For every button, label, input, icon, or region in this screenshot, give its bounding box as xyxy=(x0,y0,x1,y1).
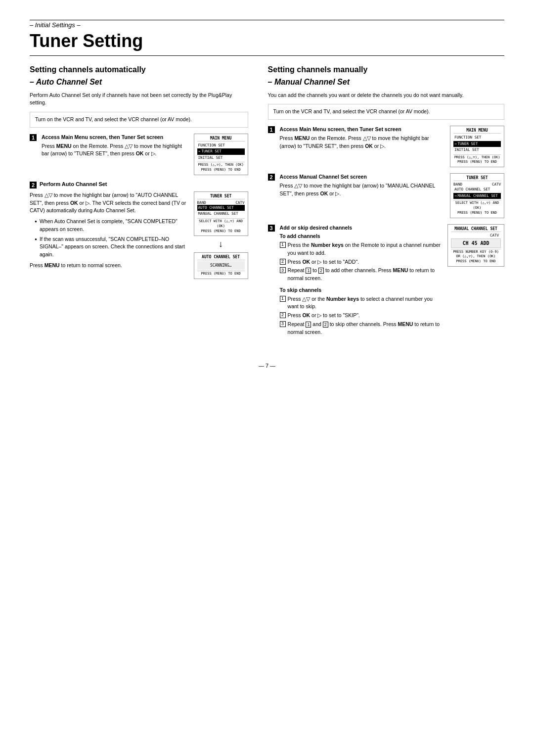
screen-scanning: SCANNING… xyxy=(197,261,245,270)
skip-sub-num-3: 3 xyxy=(280,321,286,327)
screen-auto-note: PRESS (MENU) TO END xyxy=(197,271,245,277)
screen-note-1: PRESS (△,▽), THEN (OK)PRESS (MENU) TO EN… xyxy=(197,162,245,173)
left-step-1-num: 1 xyxy=(30,134,37,141)
left-step-2: 2 Perform Auto Channel Set Press △▽ to m… xyxy=(30,181,248,279)
add-sub-num-3: 3 xyxy=(280,267,286,273)
screen-item-tuner-set-1: TUNER SET xyxy=(197,148,245,155)
page-number: — 7 — xyxy=(30,363,504,369)
right-step-3: 3 Add or skip desired channels To add ch… xyxy=(268,224,504,337)
left-step-1-heading: Access Main Menu screen, then Tuner Set … xyxy=(42,134,189,142)
left-step-2-content: Press △▽ to move the highlight bar (arro… xyxy=(30,191,248,279)
right-step-1: 1 Access Main Menu screen, then Tuner Se… xyxy=(268,126,504,167)
right-step-3-heading: Add or skip desired channels xyxy=(280,224,443,232)
screen-manual-channel-set-title: MANUAL CHANNEL SET xyxy=(451,227,501,232)
right-info-box: Turn on the VCR and TV, and select the V… xyxy=(268,104,504,120)
skip-sub-text-3: Repeat 1 and 2 to skip other channels. P… xyxy=(288,321,443,336)
add-sub-num-2: 2 xyxy=(280,259,286,265)
screen-auto-title: AUTO CHANNEL SET xyxy=(197,255,245,260)
skip-sub-step-2: 2 Press OK or ▷ to set to "SKIP". xyxy=(280,312,443,320)
right-step-2-screen: TUNER SET BAND CATV AUTO CHANNEL SET MAN… xyxy=(450,173,504,218)
skip-sub-text-2: Press OK or ▷ to set to "SKIP". xyxy=(288,312,360,320)
screen-item-function-set-1: FUNCTION SET xyxy=(197,142,245,149)
right-step-3-num: 3 xyxy=(268,225,275,232)
screen-tuner-set-title-r2: TUNER SET xyxy=(453,176,501,181)
left-step-2-body-text: Press △▽ to move the highlight bar (arro… xyxy=(30,191,189,215)
screen-tuner-set-r1: TUNER SET xyxy=(453,141,501,147)
skip-sub-num-1: 1 xyxy=(280,296,286,302)
skip-sub-step-3: 3 Repeat 1 and 2 to skip other channels.… xyxy=(280,321,443,336)
right-step-1-screen: MAIN MENU FUNCTION SET TUNER SET INITIAL… xyxy=(450,126,504,167)
screen-note-r3: PRESS NUMBER KEY (0-9)OR (△,▽), THEN (OK… xyxy=(451,249,501,264)
add-sub-text-3: Repeat 1 to 2 to add other channels. Pre… xyxy=(288,267,443,283)
screen-initial-set-r1: INITIAL SET xyxy=(453,147,501,153)
left-intro: Perform Auto Channel Set only if channel… xyxy=(30,92,248,107)
bullet-scan-complete: When Auto Channel Set is complete, "SCAN… xyxy=(35,218,189,234)
right-step-3-text: Add or skip desired channels To add chan… xyxy=(280,224,443,337)
right-section-subtitle: – Manual Channel Set xyxy=(268,77,504,88)
right-step-2-num: 2 xyxy=(268,174,275,181)
right-section-title: Setting channels manually xyxy=(268,65,504,75)
page-title: Tuner Setting xyxy=(30,31,504,56)
bullet-scan-fail: If the scan was unsuccessful, "SCAN COMP… xyxy=(35,236,189,259)
left-step-2-num: 2 xyxy=(30,182,37,189)
screen-manual-channel-r2: MANUAL CHANNEL SET xyxy=(453,193,501,199)
screen-main-menu-title-1: MAIN MENU xyxy=(197,136,245,142)
add-sub-step-3: 3 Repeat 1 to 2 to add other channels. P… xyxy=(280,267,443,283)
add-sub-text-1: Press the Number keys on the Remote to i… xyxy=(288,241,443,257)
add-sub-num-1: 1 xyxy=(280,242,286,248)
screen-main-menu-title-r1: MAIN MENU xyxy=(453,128,501,134)
screen-ch-display: CH 45 ADD xyxy=(451,238,501,248)
skip-sub-num-2: 2 xyxy=(280,312,286,318)
left-info-box: Turn on the VCR and TV, and select the V… xyxy=(30,112,248,128)
screen-auto-channel-set: AUTO CHANNEL SET xyxy=(197,205,245,211)
right-step-2-heading: Access Manual Channel Set screen xyxy=(280,173,445,181)
band-label: BAND xyxy=(197,200,206,205)
skip-sub-text-1: Press △▽ or the Number keys to select a … xyxy=(288,295,443,311)
arrow-down: ↓ xyxy=(194,239,248,249)
left-step-1-screen: MAIN MENU FUNCTION SET TUNER SET INITIAL… xyxy=(194,134,248,175)
right-intro: You can add the channels you want or del… xyxy=(268,92,504,99)
skip-channels-heading: To skip channels xyxy=(280,286,443,294)
right-step-2-body: Press △▽ to move the highlight bar (arro… xyxy=(280,182,445,198)
left-section-title: Setting channels automatically xyxy=(30,65,248,75)
left-step-1-text: Access Main Menu screen, then Tuner Set … xyxy=(42,134,189,158)
skip-sub-step-1: 1 Press △▽ or the Number keys to select … xyxy=(280,295,443,311)
left-step-1: 1 Access Main Menu screen, then Tuner Se… xyxy=(30,134,248,175)
add-channels-heading: To add channels xyxy=(280,233,443,240)
right-column: Setting channels manually – Manual Chann… xyxy=(268,65,504,343)
right-step-1-num: 1 xyxy=(268,126,275,133)
catv-label-r2: CATV xyxy=(492,182,501,187)
screen-note-r1: PRESS (△,▽), THEN (OK)PRESS (MENU) TO EN… xyxy=(453,154,501,165)
left-step-1-body: Press MENU on the Remote. Press △▽ to mo… xyxy=(42,142,189,158)
screen-note-r2: SELECT WITH (△,▽) AND (OK)PRESS (MENU) T… xyxy=(453,200,501,215)
right-step-1-text: Access Main Menu screen, then Tuner Set … xyxy=(280,126,445,150)
right-step-1-body: Press MENU on the Remote. Press △▽ to mo… xyxy=(280,135,445,150)
right-step-2-text: Access Manual Channel Set screen Press △… xyxy=(280,173,445,197)
initial-settings-label: – Initial Settings – xyxy=(30,21,504,29)
add-sub-step-2: 2 Press OK or ▷ to set to "ADD". xyxy=(280,258,443,266)
left-column: Setting channels automatically – Auto Ch… xyxy=(30,65,248,343)
band-label-r2: BAND xyxy=(453,182,462,187)
screen-note-tuner-left: SELECT WITH (△,▽) AND (OK)PRESS (MENU) T… xyxy=(197,218,245,234)
screen-function-set-r1: FUNCTION SET xyxy=(453,135,501,141)
left-step-2-screens: TUNER SET BAND CATV AUTO CHANNEL SET MAN… xyxy=(194,191,248,279)
left-step-2-body: Press △▽ to move the highlight bar (arro… xyxy=(30,191,189,270)
screen-tuner-set-title: TUNER SET xyxy=(197,194,245,199)
right-step-3-screen: MANUAL CHANNEL SET CATV CH 45 ADD PRESS … xyxy=(447,224,504,267)
right-step-1-heading: Access Main Menu screen, then Tuner Set … xyxy=(280,126,445,134)
screen-manual-channel-set-l: MANUAL CHANNEL SET xyxy=(197,211,245,217)
header-rule xyxy=(30,20,504,20)
left-step-2-heading: Perform Auto Channel Set xyxy=(40,181,107,187)
screen-catv-label: CATV xyxy=(451,233,501,237)
screen-auto-channel-set-display: AUTO CHANNEL SET SCANNING… PRESS (MENU) … xyxy=(194,252,248,279)
screen-auto-channel-r2: AUTO CHANNEL SET xyxy=(453,187,501,193)
add-sub-step-1: 1 Press the Number keys on the Remote to… xyxy=(280,241,443,257)
left-step-2-return: Press MENU to return to normal screen. xyxy=(30,262,189,270)
screen-item-initial-set-1: INITIAL SET xyxy=(197,155,245,161)
catv-label: CATV xyxy=(236,200,245,205)
left-step-2-bullets: When Auto Channel Set is complete, "SCAN… xyxy=(30,218,189,259)
left-section-subtitle: – Auto Channel Set xyxy=(30,77,248,88)
screen-band-row: BAND CATV xyxy=(197,200,245,205)
screen-band-row-r2: BAND CATV xyxy=(453,182,501,187)
add-sub-text-2: Press OK or ▷ to set to "ADD". xyxy=(288,258,359,266)
